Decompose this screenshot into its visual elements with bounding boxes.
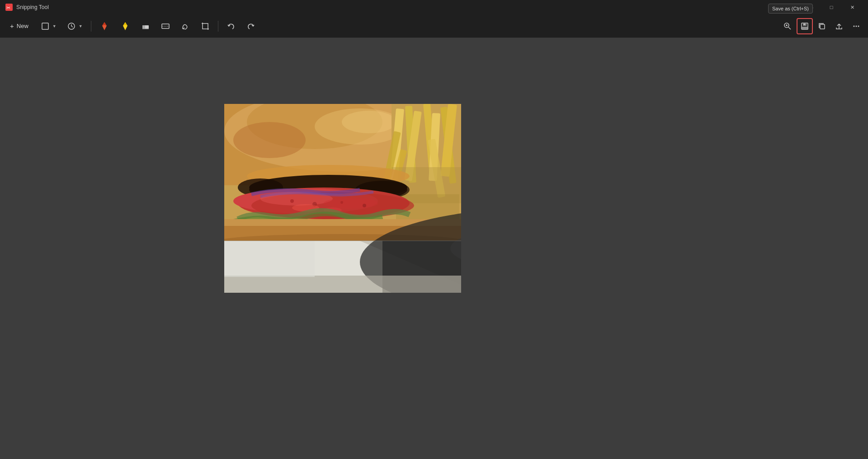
svg-point-33 [342,111,396,133]
redo-button[interactable] [242,18,260,34]
snip-mode-icon [41,22,49,30]
svg-point-56 [324,198,378,209]
svg-point-24 [854,25,855,27]
titlebar-controls: — □ ✕ [800,0,863,14]
undo-icon [226,22,236,31]
snip-mode-button[interactable]: ▼ [37,18,61,34]
ruler-icon [161,22,170,31]
eraser-button[interactable] [137,18,155,34]
crop-button[interactable] [196,18,214,34]
toolbar-right: Save as (Ctrl+S) [779,18,864,34]
timer-chevron: ▼ [79,24,83,28]
svg-point-59 [340,201,343,204]
svg-rect-22 [804,23,805,25]
touch-writing-icon [181,22,190,31]
ballpoint-pen-icon [99,21,109,31]
timer-icon [67,22,75,30]
redo-icon [246,22,255,31]
svg-point-57 [290,199,294,203]
ruler-button[interactable] [156,18,175,34]
new-button[interactable]: + New [4,18,35,34]
toolbar: + New ▼ ▼ [0,14,868,38]
undo-button[interactable] [222,18,240,34]
svg-rect-73 [224,241,315,277]
new-button-label: New [17,23,28,29]
copy-icon [818,22,826,30]
canvas-area [0,38,868,459]
svg-rect-71 [224,276,461,293]
image-container [224,104,461,293]
close-icon: ✕ [850,5,854,10]
svg-rect-2 [42,23,48,29]
save-button[interactable] [797,18,813,34]
svg-text:✂: ✂ [6,5,10,10]
minimize-icon: — [808,5,813,10]
maximize-button[interactable]: □ [821,0,842,14]
copy-button[interactable] [814,18,830,34]
food-image [224,104,461,293]
share-button[interactable] [831,18,847,34]
share-icon [835,22,843,30]
highlighter-icon [120,21,130,31]
svg-rect-23 [820,24,825,29]
save-icon [801,22,809,30]
minimize-button[interactable]: — [800,0,821,14]
titlebar-left: ✂ Snipping Tool [5,4,49,11]
more-options-icon [852,22,860,30]
more-options-button[interactable] [848,18,864,34]
svg-rect-11 [142,25,145,29]
titlebar-title: Snipping Tool [16,4,49,10]
zoom-button[interactable] [779,18,796,34]
highlighter-button[interactable] [116,18,135,34]
svg-rect-21 [802,27,807,29]
save-button-wrapper: Save as (Ctrl+S) [797,18,813,34]
plus-icon: + [10,22,14,30]
separator-2 [218,21,218,32]
svg-line-16 [788,27,791,29]
svg-point-25 [856,25,857,27]
titlebar: ✂ Snipping Tool — □ ✕ [0,0,868,14]
svg-point-31 [233,122,306,158]
separator-1 [91,21,91,32]
close-button[interactable]: ✕ [842,0,863,14]
zoom-icon [783,22,792,30]
eraser-icon [141,22,150,31]
touch-writing-button[interactable] [176,18,194,34]
app-icon: ✂ [5,4,13,11]
svg-point-26 [858,25,859,27]
svg-point-60 [363,204,366,207]
ballpoint-pen-button[interactable] [95,18,114,34]
timer-button[interactable]: ▼ [63,18,87,34]
svg-line-5 [71,26,73,27]
crop-icon [201,22,210,31]
maximize-icon: □ [830,5,833,10]
snip-mode-chevron: ▼ [52,24,57,28]
